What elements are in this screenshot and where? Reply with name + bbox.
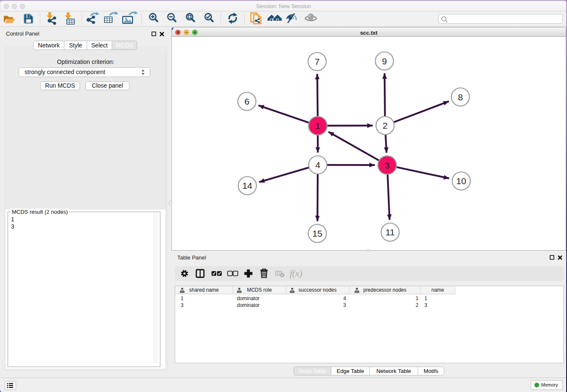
svg-text:4: 4 bbox=[315, 160, 320, 170]
svg-text:6: 6 bbox=[245, 97, 250, 106]
svg-text:1: 1 bbox=[315, 121, 320, 131]
svg-text:7: 7 bbox=[315, 57, 320, 66]
svg-text:10: 10 bbox=[456, 176, 466, 186]
svg-text:f(x): f(x) bbox=[290, 268, 302, 279]
svg-text:15: 15 bbox=[312, 229, 322, 238]
svg-text:14: 14 bbox=[242, 181, 253, 190]
svg-text:8: 8 bbox=[458, 92, 463, 102]
svg-text:9: 9 bbox=[382, 56, 387, 66]
svg-text:3: 3 bbox=[385, 160, 390, 170]
svg-text:2: 2 bbox=[383, 121, 388, 130]
svg-text:11: 11 bbox=[385, 227, 395, 237]
